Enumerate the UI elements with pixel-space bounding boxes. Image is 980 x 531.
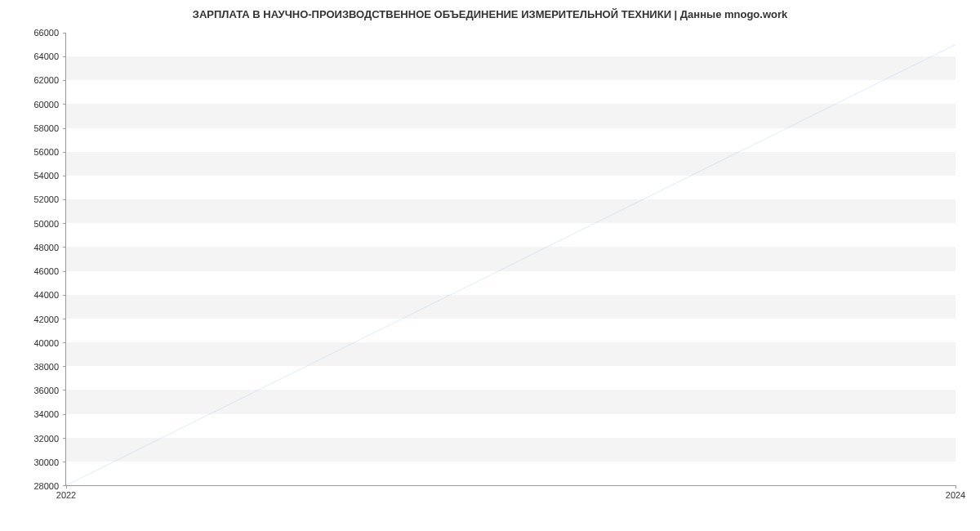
x-tick-mark <box>66 485 67 489</box>
y-tick-mark <box>63 247 66 248</box>
y-tick-mark <box>63 438 66 439</box>
y-tick-label: 60000 <box>33 100 59 109</box>
y-tick-mark <box>63 80 66 81</box>
y-tick-mark <box>63 390 66 390</box>
y-tick-label: 32000 <box>33 434 59 444</box>
line-series <box>66 33 956 485</box>
plot-area: 20222024 <box>65 33 956 486</box>
y-tick-mark <box>63 33 66 33</box>
y-tick-label: 38000 <box>33 362 59 372</box>
y-tick-label: 56000 <box>33 147 59 157</box>
y-tick-label: 54000 <box>33 171 59 181</box>
y-tick-label: 44000 <box>33 290 59 300</box>
y-tick-label: 42000 <box>33 315 59 324</box>
y-tick-label: 34000 <box>33 409 59 419</box>
y-tick-mark <box>63 176 66 176</box>
chart-title: ЗАРПЛАТА В НАУЧНО-ПРОИЗВОДСТВЕННОЕ ОБЪЕД… <box>0 8 980 20</box>
data-line <box>66 45 956 485</box>
y-tick-label: 46000 <box>33 266 59 276</box>
y-tick-mark <box>63 56 66 57</box>
y-tick-mark <box>63 366 66 367</box>
y-tick-mark <box>63 319 66 319</box>
y-tick-label: 64000 <box>33 51 59 61</box>
y-tick-label: 28000 <box>33 481 59 491</box>
y-axis-labels: 2800030000320003400036000380004000042000… <box>0 33 62 486</box>
y-tick-label: 50000 <box>33 219 59 229</box>
y-tick-mark <box>63 104 66 105</box>
y-tick-mark <box>63 342 66 343</box>
x-tick-mark <box>956 485 956 489</box>
y-tick-mark <box>63 199 66 200</box>
y-tick-mark <box>63 223 66 224</box>
x-tick-label: 2024 <box>946 490 965 500</box>
y-tick-mark <box>63 128 66 129</box>
x-tick-label: 2022 <box>56 490 76 500</box>
y-tick-label: 58000 <box>33 123 59 133</box>
y-tick-label: 36000 <box>33 386 59 395</box>
y-tick-label: 52000 <box>33 194 59 204</box>
y-tick-label: 40000 <box>33 338 59 348</box>
y-tick-mark <box>63 271 66 272</box>
y-tick-mark <box>63 152 66 153</box>
y-tick-label: 48000 <box>33 243 59 252</box>
y-tick-label: 62000 <box>33 75 59 85</box>
y-tick-mark <box>63 414 66 415</box>
chart-container: ЗАРПЛАТА В НАУЧНО-ПРОИЗВОДСТВЕННОЕ ОБЪЕД… <box>0 0 980 531</box>
y-tick-label: 30000 <box>33 457 59 467</box>
y-tick-mark <box>63 295 66 296</box>
y-tick-mark <box>63 462 66 462</box>
y-tick-label: 66000 <box>33 28 59 38</box>
